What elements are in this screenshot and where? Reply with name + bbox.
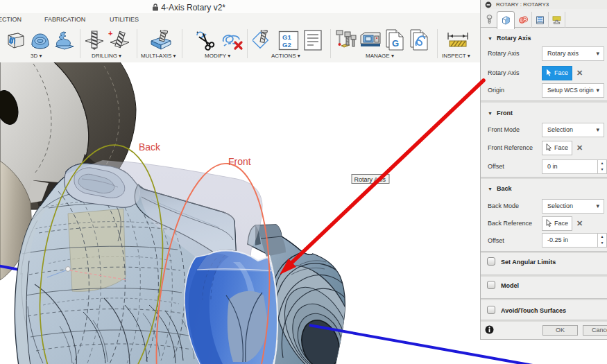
- svg-text:Front: Front: [228, 156, 251, 167]
- svg-text:G: G: [392, 38, 399, 49]
- svg-text:Rotary Axis: Rotary Axis: [354, 176, 386, 183]
- svg-text:G2: G2: [282, 41, 291, 49]
- svg-text:G1: G1: [282, 33, 291, 41]
- svg-text:+: +: [108, 29, 112, 37]
- svg-text:Back: Back: [139, 141, 161, 153]
